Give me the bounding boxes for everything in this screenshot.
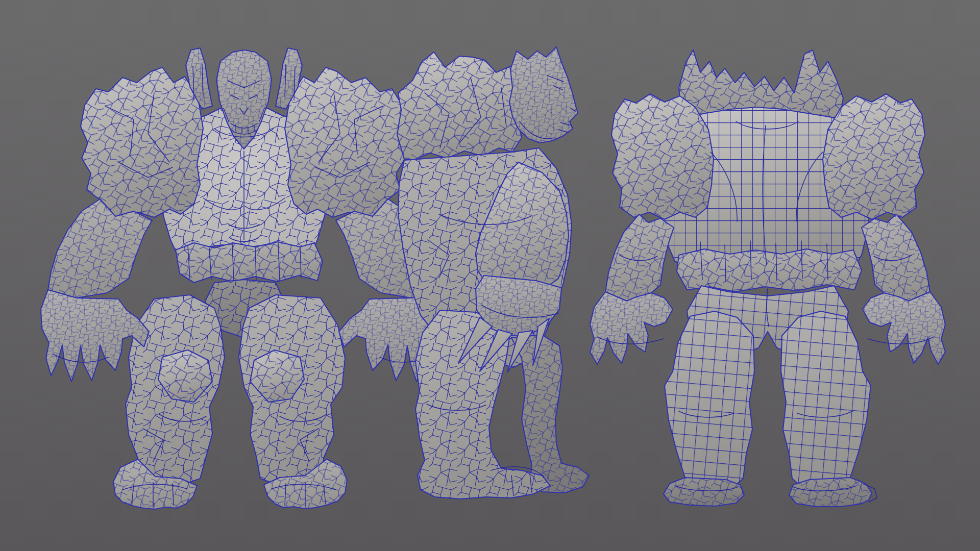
viewport-3d[interactable] bbox=[0, 0, 980, 551]
part-foot-right bbox=[789, 478, 872, 507]
part-shoulder-rock-right bbox=[285, 67, 406, 220]
part-foot-left bbox=[664, 478, 744, 506]
part-shoulder-rock-left bbox=[81, 67, 203, 220]
part-shoulder-rock-left bbox=[611, 94, 714, 219]
part-shoulder-rock-right bbox=[823, 94, 925, 219]
